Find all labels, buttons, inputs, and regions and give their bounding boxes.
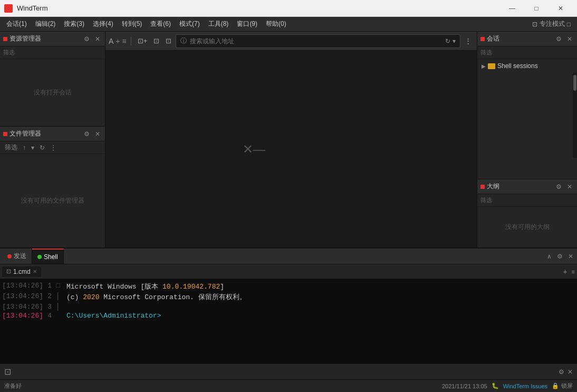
outline-panel-header: 大纲 ⚙ ✕ <box>477 179 577 194</box>
gutter-3: │ <box>54 303 62 311</box>
session-tab-menu-icon[interactable]: ≡ <box>572 269 575 275</box>
info-icon: ⓘ <box>180 36 187 45</box>
session-panel-header: 会话 ⚙ ✕ <box>477 32 577 46</box>
status-lock[interactable]: 🔒 锁屏 <box>552 382 573 390</box>
outline-panel-title: 大纲 <box>487 182 552 191</box>
app-icon <box>4 4 13 13</box>
resource-close-icon[interactable]: ✕ <box>93 35 102 43</box>
file-manager-header: 文件管理器 ⚙ ✕ <box>0 127 105 141</box>
linenum-4: 4 <box>43 312 54 320</box>
session-gear-icon[interactable]: ⚙ <box>554 35 563 43</box>
send-tab-dot <box>7 254 12 259</box>
outline-panel-icon <box>480 185 485 189</box>
text-after-1: ] <box>220 283 224 291</box>
session-panel-title: 会话 <box>487 34 552 43</box>
resource-gear-icon[interactable]: ⚙ <box>82 35 91 43</box>
session-scroll-area <box>477 73 577 179</box>
session-filter-label: 筛选 <box>480 49 492 55</box>
maximize-button[interactable]: □ <box>524 0 549 17</box>
file-dropdown-icon[interactable]: ▾ <box>30 144 36 152</box>
focus-mode[interactable]: ⊡ 专注模式 □ <box>528 17 575 31</box>
text-plain-1: Microsoft Windows [版本 <box>66 283 162 291</box>
terminal-gear-icon[interactable]: ⚙ <box>555 252 564 261</box>
new-tab-button[interactable]: ⊡+ <box>136 36 150 46</box>
split-right-button[interactable]: ⊡ <box>164 36 174 46</box>
menu-view[interactable]: 查看(6) <box>146 17 175 31</box>
session-tab-close[interactable]: ✕ <box>33 269 37 274</box>
minibar-gear-icon[interactable]: ⚙ <box>559 368 564 376</box>
title-bar: WindTerm — □ ✕ <box>0 0 577 17</box>
resource-manager-title: 资源管理器 <box>9 34 80 43</box>
new-window-button[interactable]: ⊡ <box>151 36 161 46</box>
new-session-tab-button[interactable]: + <box>561 267 569 276</box>
outline-panel-actions: ⚙ ✕ <box>554 183 574 191</box>
session-tree-item[interactable]: ▶ Shell sessions <box>479 61 575 71</box>
session-folder-icon <box>488 63 495 69</box>
outline-close-icon[interactable]: ✕ <box>565 183 574 191</box>
menu-icon[interactable]: ≡ <box>122 37 127 45</box>
text-highlight-1: 10.0.19042.782 <box>162 283 220 291</box>
session-scrollbar-track <box>573 73 577 158</box>
more-options-button[interactable]: ⋮ <box>463 36 474 46</box>
lock-icon: 🔒 <box>552 383 559 389</box>
resource-filter-label: 筛选 <box>3 49 15 55</box>
terminal-tab-send[interactable]: 发送 <box>2 248 32 264</box>
menu-goto[interactable]: 转到(5) <box>118 17 147 31</box>
session-panel-icon <box>480 37 485 41</box>
center-toolbar: A + ≡ ⊡+ ⊡ ⊡ ⓘ ↻ ▾ ⋮ <box>105 32 477 51</box>
menu-tools[interactable]: 工具(8) <box>204 17 233 31</box>
upper-area: 资源管理器 ⚙ ✕ 筛选 没有打开会话 文件管理器 <box>0 32 577 247</box>
address-actions: ↻ ▾ <box>445 37 456 45</box>
text-after-2: Microsoft Corporation. 保留所有权利。 <box>99 293 246 301</box>
line-text-1: Microsoft Windows [版本 10.0.19042.782] <box>62 282 577 291</box>
right-panel: 会话 ⚙ ✕ 筛选 ▶ Shell sessions <box>477 32 577 247</box>
minimize-button[interactable]: — <box>500 0 524 17</box>
close-button[interactable]: ✕ <box>549 0 573 17</box>
status-datetime: 2021/11/21 13:05 <box>442 383 487 389</box>
session-close-icon[interactable]: ✕ <box>565 35 574 43</box>
session-tab-label: 1.cmd <box>13 268 31 275</box>
menu-select[interactable]: 选择(4) <box>89 17 118 31</box>
file-manager-panel: 文件管理器 ⚙ ✕ 筛选 ↑ ▾ ↻ ⋮ 没有可用的文件管理器 <box>0 127 105 247</box>
terminal-line-3: [13:04:26] 3 │ <box>0 302 577 311</box>
address-bar: ⓘ ↻ ▾ <box>176 34 460 48</box>
menu-session[interactable]: 会话(1) <box>2 17 31 31</box>
menu-edit[interactable]: 编辑(2) <box>31 17 60 31</box>
menu-mode[interactable]: 模式(7) <box>175 17 204 31</box>
menu-window[interactable]: 窗口(9) <box>233 17 262 31</box>
file-manager-title: 文件管理器 <box>9 129 80 138</box>
menu-help[interactable]: 帮助(0) <box>262 17 291 31</box>
terminal-up-icon[interactable]: ∧ <box>545 252 553 261</box>
focus-mode-icon: ⊡ <box>532 21 537 28</box>
file-more-icon[interactable]: ⋮ <box>49 144 58 152</box>
line-text-2: (c) 2020 Microsoft Corporation. 保留所有权利。 <box>62 292 577 302</box>
outline-gear-icon[interactable]: ⚙ <box>554 183 563 191</box>
resource-manager-header: 资源管理器 ⚙ ✕ <box>0 32 105 46</box>
shell-tab-label: Shell <box>44 253 58 261</box>
bottom-panel-icon[interactable]: ⊡ <box>4 367 11 377</box>
session-scrollbar-thumb[interactable] <box>573 75 576 91</box>
terminal-line-1: [13:04:26] 1 □ Microsoft Windows [版本 10.… <box>0 281 577 292</box>
file-manager-toolbar: 筛选 ↑ ▾ ↻ ⋮ <box>0 141 105 154</box>
file-manager-icon <box>3 132 7 136</box>
add-tab-icon[interactable]: + <box>116 37 120 45</box>
focus-mode-label: 专注模式 <box>540 20 565 28</box>
session-tab-1cmd[interactable]: ⊡ 1.cmd ✕ <box>2 266 41 277</box>
linenum-2: 2 <box>43 292 54 300</box>
minibar-close-icon[interactable]: ✕ <box>568 368 573 376</box>
file-gear-icon[interactable]: ⚙ <box>82 130 91 138</box>
terminal-line-2: [13:04:26] 2 │ (c) 2020 Microsoft Corpor… <box>0 292 577 302</box>
terminal-session-tabs: ⊡ 1.cmd ✕ + ≡ <box>0 264 577 279</box>
refresh-icon[interactable]: ↻ <box>445 37 450 45</box>
menu-search[interactable]: 搜索(3) <box>60 17 89 31</box>
file-close-icon[interactable]: ✕ <box>93 130 102 138</box>
file-up-icon[interactable]: ↑ <box>21 144 27 152</box>
file-refresh-icon[interactable]: ↻ <box>38 144 46 152</box>
terminal-close-icon[interactable]: ✕ <box>566 252 575 261</box>
gutter-1: □ <box>54 282 62 290</box>
status-windterm-link[interactable]: WindTerm Issues <box>503 383 547 389</box>
address-input[interactable] <box>190 37 442 45</box>
resource-filter: 筛选 <box>0 46 105 59</box>
dropdown-icon[interactable]: ▾ <box>453 37 456 45</box>
terminal-tab-shell[interactable]: Shell <box>32 248 64 264</box>
